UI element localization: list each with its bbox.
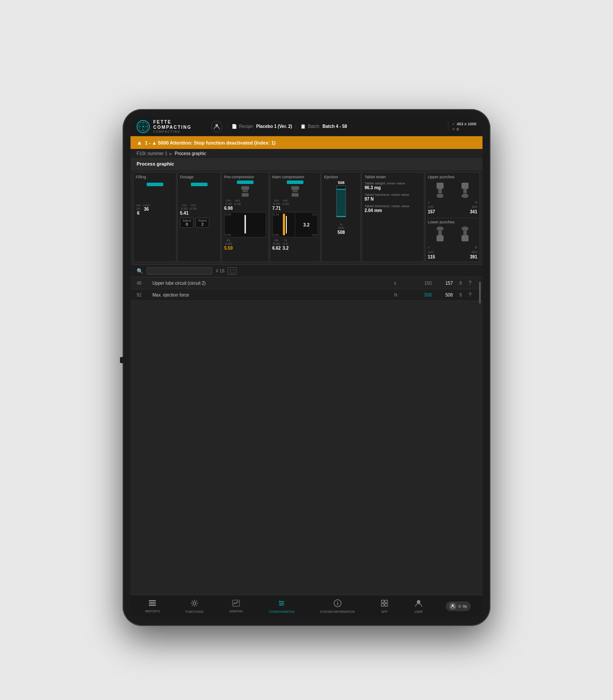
scrollbar[interactable] xyxy=(479,282,481,304)
breadcrumb-item1[interactable]: F10i: nummer 1 xyxy=(137,151,167,156)
svg-rect-12 xyxy=(292,190,298,192)
dosage-card: Dosage mm 5.50 5.41 mm 0.59 xyxy=(177,172,221,262)
filling-set1: 35 xyxy=(136,207,140,211)
logo-subtitle: COMPACTING xyxy=(153,130,211,133)
user-badge-text: ⊙ 9p xyxy=(458,604,467,608)
dosage-title: Dosage xyxy=(180,175,218,179)
row-help[interactable]: ? xyxy=(469,280,476,286)
weight-label: Tablet weight: mean value xyxy=(364,181,422,185)
row-extra: 8 xyxy=(456,281,465,286)
section-title: Process graphic xyxy=(130,159,483,170)
row-help[interactable]: ? xyxy=(469,292,476,298)
nav-item-user[interactable]: USER xyxy=(412,598,425,615)
graphic-label: GRAPHIC xyxy=(229,610,243,613)
punches-card: Upper punches xyxy=(425,172,480,262)
user-badge[interactable]: ⊙ 9p xyxy=(446,601,471,611)
app-label: APP xyxy=(381,610,388,613)
upper-punches-title: Upper punches xyxy=(428,175,477,179)
logo-name: FETTE COMPACTING xyxy=(153,120,211,130)
svg-rect-17 xyxy=(462,183,469,189)
nav-item-functions[interactable]: FUNCTIONS xyxy=(183,598,206,615)
breadcrumb: F10i: nummer 1 ▶ Process graphic xyxy=(130,149,483,159)
svg-rect-9 xyxy=(243,190,248,192)
svg-rect-13 xyxy=(292,193,299,197)
batch-label: Batch: xyxy=(308,124,320,129)
svg-rect-21 xyxy=(438,231,442,235)
svg-rect-26 xyxy=(149,600,156,601)
filling-card: Filling mm 35 6 1/min 36 xyxy=(133,172,176,262)
row-actual: 508 xyxy=(435,293,453,297)
alert-text: 1 - ▲ 5000 Attention: Stop function deac… xyxy=(145,140,275,145)
user-icon[interactable] xyxy=(211,121,222,132)
search-input[interactable] xyxy=(147,267,212,275)
nav-item-sysinfo[interactable]: SYSTEM INFORMATION xyxy=(317,598,357,615)
table-row[interactable]: 48 Upper lube circuit (circuit 2) s 150 … xyxy=(130,277,483,289)
hardness-label: Tablet hardness: mean value xyxy=(364,193,422,197)
bottom-nav: REPORTS FUNCTIONS GRAPHIC xyxy=(130,595,483,618)
search-icon: 🔍 xyxy=(137,268,143,274)
svg-point-16 xyxy=(437,194,444,198)
thickness-value: 2.04 mm xyxy=(364,208,422,213)
nav-item-configuration[interactable]: CONFIGURATION xyxy=(266,598,297,615)
breadcrumb-active: Process graphic xyxy=(175,151,206,156)
tablet-tester-title: Tablet tester xyxy=(364,175,422,179)
logo-icon xyxy=(137,120,150,133)
svg-rect-40 xyxy=(381,600,384,603)
svg-rect-41 xyxy=(385,600,388,603)
hardness-value: 97 N xyxy=(364,197,422,202)
filling-act2: 36 xyxy=(144,207,149,212)
filling-unit1: mm xyxy=(136,204,141,207)
functions-label: FUNCTIONS xyxy=(186,610,204,613)
svg-rect-10 xyxy=(242,193,249,197)
process-graphic: Filling mm 35 6 1/min 36 xyxy=(130,170,483,265)
row-setpoint: 150 xyxy=(410,281,432,286)
breadcrumb-sep: ▶ xyxy=(169,152,173,156)
sysinfo-label: SYSTEM INFORMATION xyxy=(320,610,355,613)
svg-rect-28 xyxy=(149,605,156,606)
svg-rect-18 xyxy=(463,189,467,193)
precompression-card: Pre-compression mm 7.0 xyxy=(222,172,269,262)
svg-rect-24 xyxy=(463,231,467,235)
sysinfo-icon xyxy=(334,599,342,609)
nav-item-app[interactable]: APP xyxy=(378,598,391,615)
user-nav-icon xyxy=(415,599,423,609)
svg-rect-25 xyxy=(462,235,469,241)
row-name: Upper lube circuit (circuit 2) xyxy=(152,281,391,286)
reports-icon xyxy=(148,600,156,608)
status-check: 453 x 1000 xyxy=(457,122,476,126)
alert-bar: ▲ 1 - ▲ 5000 Attention: Stop function de… xyxy=(130,136,483,149)
search-hash-label: # 18 xyxy=(216,269,224,273)
tablet-tester-card: Tablet tester Tablet weight: mean value … xyxy=(362,172,424,262)
svg-rect-22 xyxy=(437,235,444,241)
header: FETTE COMPACTING COMPACTING 📄 Recipe: Pl… xyxy=(130,117,483,136)
nav-item-graphic[interactable]: GRAPHIC xyxy=(226,598,246,614)
svg-point-7 xyxy=(215,124,218,127)
app-icon xyxy=(380,599,388,609)
filling-title: Filling xyxy=(136,175,174,179)
svg-point-20 xyxy=(437,226,444,231)
table-row[interactable]: 92 Max. ejection force N 500 508 8 ? xyxy=(130,289,483,301)
logo-text: FETTE COMPACTING COMPACTING xyxy=(153,120,211,133)
copy-icon[interactable]: ⬚ xyxy=(228,267,236,275)
recipe-area: 📄 Recipe: Placebo 1 (Ver. 2) xyxy=(227,124,292,129)
user-badge-icon xyxy=(449,603,456,610)
data-table: 48 Upper lube circuit (circuit 2) s 150 … xyxy=(130,277,483,301)
row-unit: N xyxy=(394,293,406,297)
functions-icon xyxy=(190,599,198,609)
svg-point-44 xyxy=(417,600,420,604)
row-actual: 157 xyxy=(435,281,453,286)
nav-item-reports[interactable]: REPORTS xyxy=(142,598,162,614)
row-num: 48 xyxy=(137,281,149,286)
weight-value: 96.3 mg xyxy=(364,185,422,190)
svg-rect-8 xyxy=(241,186,249,190)
alert-icon: ▲ xyxy=(137,139,142,146)
search-bar: 🔍 # 18 ⬚ xyxy=(130,265,483,277)
thickness-label: Tablet thickness: mean value xyxy=(364,204,422,208)
svg-point-39 xyxy=(337,601,338,602)
recipe-value: Placebo 1 (Ver. 2) xyxy=(256,124,292,129)
svg-point-2 xyxy=(142,126,144,127)
camera-dot xyxy=(120,357,124,363)
maincompression-card: Main compression mm 8. xyxy=(270,172,321,262)
graphic-icon xyxy=(232,600,240,608)
precomp-title: Pre-compression xyxy=(224,175,266,179)
